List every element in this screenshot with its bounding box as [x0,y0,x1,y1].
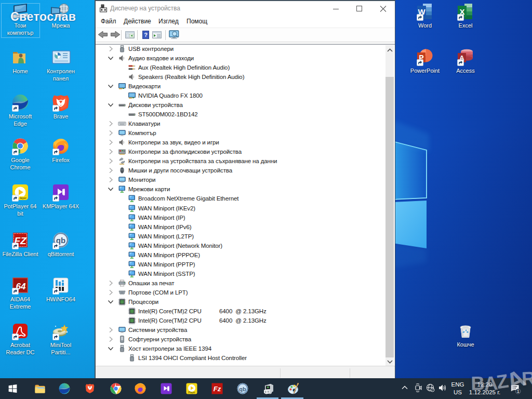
svg-text:Fz: Fz [214,385,221,393]
svg-text:?: ? [144,32,148,38]
svg-text:layer: layer [20,196,27,200]
svg-text:Player: Player [188,391,195,394]
svg-text:qb: qb [239,386,246,392]
